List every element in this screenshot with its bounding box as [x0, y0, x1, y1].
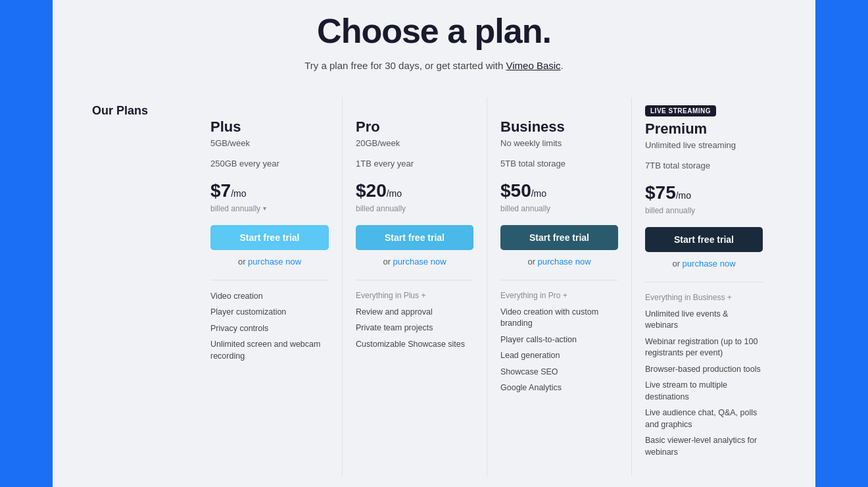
divider-plus — [210, 280, 329, 280]
feature-header-pro: Everything in Plus + — [356, 291, 473, 300]
plan-billing-plus: billed annually▾ — [210, 204, 329, 213]
purchase-line-business: or purchase now — [500, 257, 618, 267]
divider-business — [500, 280, 618, 280]
our-plans-label: Our Plans — [92, 104, 148, 117]
feature-item: Player calls-to-action — [500, 334, 618, 346]
purchase-line-plus: or purchase now — [210, 257, 329, 267]
main-container: Choose a plan. Try a plan free for 30 da… — [53, 0, 815, 487]
plan-price-business: $50/mo — [500, 180, 618, 201]
plan-col-premium: LIVE STREAMING Premium Unlimited live st… — [631, 97, 776, 476]
feature-item: Showcase SEO — [500, 367, 618, 378]
our-plans-label-container: Our Plans — [92, 97, 197, 476]
purchase-line-pro: or purchase now — [356, 257, 473, 267]
plans-grid: Plus 5GB/week 250GB every year $7/mo bil… — [197, 97, 776, 476]
plan-storage-pro: 1TB every year — [356, 159, 473, 168]
plan-name-premium: Premium — [645, 120, 763, 138]
purchase-now-link-plus[interactable]: purchase now — [248, 257, 301, 267]
feature-item: Google Analytics — [500, 382, 618, 394]
plan-col-plus: Plus 5GB/week 250GB every year $7/mo bil… — [197, 97, 342, 476]
feature-item: Basic viewer-level analytics for webinar… — [645, 435, 763, 458]
feature-item: Player customization — [210, 307, 329, 319]
feature-item: Lead generation — [500, 350, 618, 362]
plan-badge-premium: LIVE STREAMING — [645, 105, 716, 116]
plan-storage-premium: 7TB total storage — [645, 161, 763, 170]
plan-name-plus: Plus — [210, 118, 329, 136]
plan-billing-business: billed annually — [500, 204, 618, 213]
plan-name-pro: Pro — [356, 118, 473, 136]
billing-arrow: ▾ — [263, 205, 266, 212]
plans-section: Our Plans Plus 5GB/week 250GB every year… — [92, 97, 776, 476]
plan-storage-plus: 250GB every year — [210, 159, 329, 168]
feature-item: Video creation with custom branding — [500, 307, 618, 330]
plan-subtitle-premium: Unlimited live streaming — [645, 140, 763, 150]
purchase-line-premium: or purchase now — [645, 259, 763, 269]
start-trial-button-business[interactable]: Start free trial — [500, 225, 618, 250]
feature-item: Privacy controls — [210, 323, 329, 335]
plan-name-business: Business — [500, 118, 618, 136]
feature-item: Customizable Showcase sites — [356, 339, 473, 351]
feature-item: Private team projects — [356, 322, 473, 334]
feature-item: Webinar registration (up to 100 registra… — [645, 336, 763, 359]
purchase-now-link-premium[interactable]: purchase now — [683, 259, 736, 269]
start-trial-button-premium[interactable]: Start free trial — [645, 227, 763, 252]
feature-item: Unlimited live events & webinars — [645, 309, 763, 332]
feature-item: Unlimited screen and webcam recording — [210, 339, 329, 362]
feature-item: Review and approval — [356, 307, 473, 319]
plan-price-plus: $7/mo — [210, 180, 329, 201]
feature-item: Browser-based production tools — [645, 364, 763, 376]
plan-price-premium: $75/mo — [645, 182, 763, 203]
feature-item: Video creation — [210, 291, 329, 303]
plan-subtitle-pro: 20GB/week — [356, 138, 473, 148]
page-title: Choose a plan. — [92, 11, 776, 51]
feature-header-business: Everything in Pro + — [500, 291, 618, 300]
feature-header-premium: Everything in Business + — [645, 293, 763, 302]
plan-col-pro: Pro 20GB/week 1TB every year $20/mo bill… — [342, 97, 487, 476]
start-trial-button-pro[interactable]: Start free trial — [356, 225, 473, 250]
plan-price-pro: $20/mo — [356, 180, 473, 201]
start-trial-button-plus[interactable]: Start free trial — [210, 225, 329, 250]
feature-item: Live audience chat, Q&A, polls and graph… — [645, 407, 763, 430]
plan-subtitle-plus: 5GB/week — [210, 138, 329, 148]
header-subtitle: Try a plan free for 30 days, or get star… — [92, 60, 776, 71]
purchase-now-link-pro[interactable]: purchase now — [393, 257, 446, 267]
plan-storage-business: 5TB total storage — [500, 159, 618, 168]
plan-billing-premium: billed annually — [645, 206, 763, 215]
divider-pro — [356, 280, 473, 280]
page-header: Choose a plan. Try a plan free for 30 da… — [92, 11, 776, 71]
feature-item: Live stream to multiple destinations — [645, 380, 763, 403]
plan-billing-pro: billed annually — [356, 204, 473, 213]
purchase-now-link-business[interactable]: purchase now — [538, 257, 591, 267]
plan-subtitle-business: No weekly limits — [500, 138, 618, 148]
vimeo-basic-link[interactable]: Vimeo Basic — [506, 60, 561, 71]
plan-col-business: Business No weekly limits 5TB total stor… — [487, 97, 631, 476]
divider-premium — [645, 282, 763, 282]
